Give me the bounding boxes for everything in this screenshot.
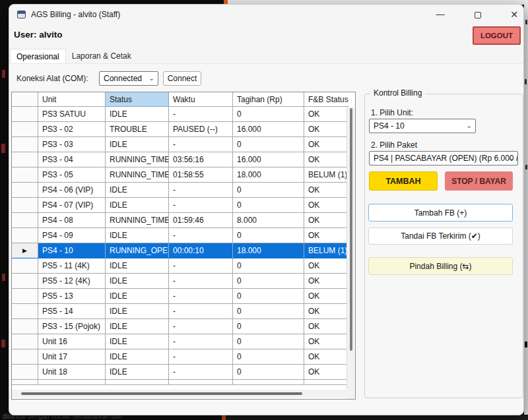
tab-laporan-cetak[interactable]: Laporan & Cetak	[66, 49, 137, 63]
row-header-cell[interactable]	[12, 319, 38, 334]
cell-fb[interactable]: OK	[304, 183, 348, 198]
cell-waktu[interactable]: -	[169, 349, 233, 365]
table-row[interactable]: PS3 SATUUIDLE-0OK	[12, 107, 355, 122]
row-header-cell[interactable]	[12, 258, 38, 274]
cell-fb[interactable]: OK	[304, 365, 348, 380]
table-row[interactable]: PS4 - 07 (VIP)IDLE-0OK	[12, 198, 355, 213]
cell-status[interactable]: IDLE	[106, 334, 169, 349]
cell-waktu[interactable]: -	[169, 137, 233, 152]
cell-status[interactable]: IDLE	[106, 365, 169, 380]
cell-unit[interactable]: PS4 - 10	[38, 243, 106, 258]
cell-tagihan[interactable]: 18.000	[233, 243, 304, 258]
cell-unit[interactable]: PS3 SATUU	[38, 107, 106, 122]
cell-unit[interactable]: PS5 - 14	[38, 304, 106, 319]
table-row[interactable]: PS3 - 05RUNNING_TIMER01:58:5518.000BELUM…	[12, 167, 355, 183]
cell-tagihan[interactable]: 0	[233, 304, 304, 319]
cell-status[interactable]: IDLE	[106, 137, 169, 152]
cell-tagihan[interactable]: 0	[233, 228, 304, 243]
cell-tagihan[interactable]: 0	[233, 289, 304, 304]
cell-waktu[interactable]: -	[169, 274, 233, 289]
header-cell-fb-status[interactable]: F&B Status	[304, 92, 348, 107]
cell-waktu[interactable]: 03:56:16	[169, 152, 233, 167]
row-header-cell[interactable]	[12, 183, 38, 198]
pilih-unit-select[interactable]: PS4 - 10 ⌄	[369, 119, 476, 133]
row-header-cell[interactable]	[12, 122, 38, 137]
cell-fb[interactable]: OK	[304, 258, 348, 274]
cell-tagihan[interactable]: 0	[233, 183, 304, 198]
cell-waktu[interactable]: 01:58:55	[169, 167, 233, 183]
cell-unit[interactable]: PS5 - 13	[38, 289, 106, 304]
table-row[interactable]: PS3 - 02TROUBLEPAUSED (--)16.000OK	[12, 122, 355, 137]
cell-tagihan[interactable]: 8.000	[233, 213, 304, 228]
cell-tagihan[interactable]: 0	[233, 349, 304, 365]
header-cell-waktu[interactable]: Waktu	[169, 92, 233, 107]
cell-status[interactable]: IDLE	[106, 304, 169, 319]
cell-fb[interactable]: BELUM (1)	[304, 243, 348, 258]
horizontal-scrollbar-thumb[interactable]	[21, 392, 302, 395]
cell-fb[interactable]: OK	[304, 213, 348, 228]
close-button[interactable]: ✕	[503, 5, 524, 24]
cell-tagihan[interactable]: 0	[233, 319, 304, 334]
horizontal-scrollbar[interactable]	[12, 390, 346, 398]
cell-fb[interactable]: OK	[304, 349, 348, 365]
tab-operasional[interactable]: Operasional	[10, 49, 66, 63]
cell-tagihan[interactable]: 0	[233, 334, 304, 349]
table-row[interactable]: PS5 - 12 (4K)IDLE-0OK	[12, 274, 355, 289]
cell-status[interactable]: RUNNING_TIMER	[106, 167, 169, 183]
cell-status[interactable]: IDLE	[106, 349, 169, 365]
header-cell-tagihan[interactable]: Tagihan (Rp)	[233, 92, 304, 107]
title-bar[interactable]: AGS Billing - alvito (Staff) — ✕	[9, 5, 523, 24]
com-port-select[interactable]: Connected ⌄	[99, 71, 158, 86]
cell-fb[interactable]: OK	[304, 122, 348, 137]
cell-waktu[interactable]: -	[169, 334, 233, 349]
cell-waktu[interactable]: -	[169, 304, 233, 319]
cell-unit[interactable]: PS5 - 12 (4K)	[38, 274, 106, 289]
row-header-cell[interactable]	[12, 365, 38, 380]
tambah-fb-button[interactable]: Tambah FB (+)	[368, 204, 513, 222]
cell-fb[interactable]: OK	[304, 274, 348, 289]
cell-waktu[interactable]: PAUSED (--)	[169, 122, 233, 137]
cell-fb[interactable]: OK	[304, 137, 348, 152]
logout-button[interactable]: LOGOUT	[473, 26, 521, 45]
tandai-fb-terkirim-button[interactable]: Tandai FB Terkirim (✔)	[368, 227, 513, 245]
cell-status[interactable]: IDLE	[106, 319, 169, 334]
cell-status[interactable]: RUNNING_OPEN	[106, 243, 169, 258]
vertical-scrollbar[interactable]	[346, 107, 355, 389]
cell-status[interactable]: IDLE	[106, 183, 169, 198]
cell-waktu[interactable]: -	[169, 198, 233, 213]
row-header-cell[interactable]	[12, 304, 38, 319]
table-row[interactable]: PS4 - 08RUNNING_TIMER01:59:468.000OK	[12, 213, 355, 228]
row-header-cell[interactable]	[12, 107, 38, 122]
cell-tagihan[interactable]: 0	[233, 107, 304, 122]
cell-waktu[interactable]: -	[169, 319, 233, 334]
cell-unit[interactable]: PS3 - 05	[38, 167, 106, 183]
cell-waktu[interactable]: -	[169, 365, 233, 380]
cell-fb[interactable]: OK	[304, 152, 348, 167]
row-header-cell[interactable]	[12, 274, 38, 289]
header-cell-status[interactable]: Status	[106, 92, 169, 107]
pilih-paket-select[interactable]: PS4 | PASCABAYAR (OPEN) (Rp 6.000 / ⌄	[369, 151, 518, 165]
cell-status[interactable]: RUNNING_TIMER	[106, 152, 169, 167]
cell-fb[interactable]: OK	[304, 198, 348, 213]
cell-status[interactable]: IDLE	[106, 289, 169, 304]
cell-unit[interactable]: Unit 17	[38, 349, 106, 365]
cell-tagihan[interactable]: 0	[233, 137, 304, 152]
row-header-cell[interactable]: ▶	[12, 243, 38, 258]
cell-fb[interactable]: OK	[304, 289, 348, 304]
cell-waktu[interactable]: 01:59:46	[169, 213, 233, 228]
cell-waktu[interactable]: -	[169, 289, 233, 304]
header-cell-rowselector[interactable]	[12, 92, 38, 107]
cell-status[interactable]: RUNNING_TIMER	[106, 213, 169, 228]
cell-unit[interactable]: Unit 18	[38, 365, 106, 380]
row-header-cell[interactable]	[12, 334, 38, 349]
row-header-cell[interactable]	[12, 349, 38, 365]
cell-tagihan[interactable]: 16.000	[233, 122, 304, 137]
cell-fb[interactable]: OK	[304, 107, 348, 122]
cell-unit[interactable]: PS4 - 06 (VIP)	[38, 183, 106, 198]
cell-fb[interactable]: BELUM (1)	[304, 167, 348, 183]
cell-unit[interactable]: Unit 16	[38, 334, 106, 349]
table-row[interactable]: PS4 - 06 (VIP)IDLE-0OK	[12, 183, 355, 198]
table-row[interactable]: PS5 - 11 (4K)IDLE-0OK	[12, 258, 355, 274]
row-header-cell[interactable]	[12, 198, 38, 213]
cell-fb[interactable]: OK	[304, 319, 348, 334]
